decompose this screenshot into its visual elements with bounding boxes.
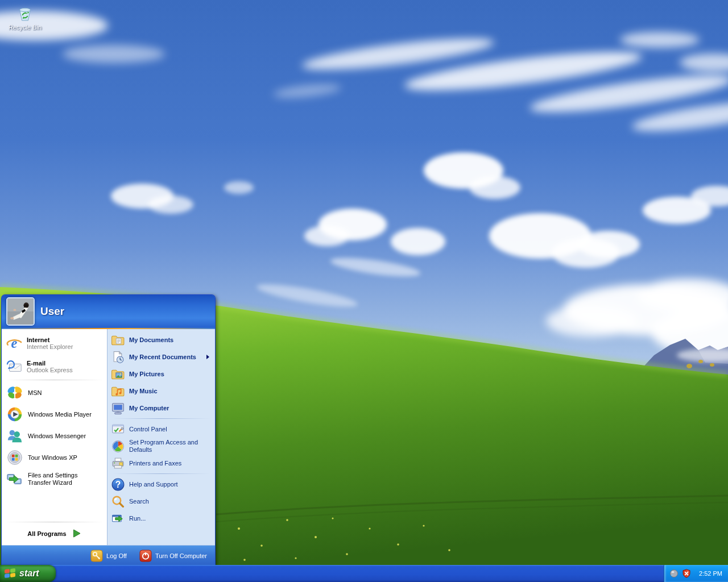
- menu-item-program-access[interactable]: Set Program Access and Defaults: [107, 438, 215, 455]
- user-avatar[interactable]: [6, 297, 35, 326]
- internet-explorer-icon: e: [6, 335, 23, 352]
- start-button[interactable]: start: [0, 565, 56, 582]
- menu-item-label: Help and Support: [129, 481, 178, 488]
- windows-xp-desktop: Recycle Bin User: [0, 0, 728, 582]
- menu-item-internet[interactable]: e Internet Internet Explorer: [2, 331, 107, 355]
- svg-text:e: e: [11, 335, 18, 350]
- my-computer-icon: [111, 401, 125, 415]
- log-off-label: Log Off: [106, 552, 127, 559]
- search-icon: [111, 494, 125, 509]
- menu-item-subtitle: Internet Explorer: [27, 343, 73, 350]
- all-programs-label: All Programs: [27, 530, 66, 537]
- menu-item-label: Files and Settings Transfer Wizard: [28, 472, 102, 487]
- run-icon: [111, 512, 125, 526]
- volume-ball-icon[interactable]: [669, 569, 679, 578]
- recycle-bin-icon: [15, 3, 35, 23]
- menu-item-title: E-mail: [27, 360, 73, 367]
- my-pictures-icon: [111, 367, 125, 381]
- taskbar[interactable]: start 2:52 PM: [0, 565, 728, 582]
- menu-item-label: Set Program Access and Defaults: [129, 439, 200, 454]
- submenu-arrow-icon: [206, 355, 209, 359]
- left-column-separator: [5, 380, 104, 380]
- svg-text:?: ?: [115, 480, 121, 489]
- outlook-express-icon: [6, 358, 23, 375]
- control-panel-icon: [111, 422, 125, 436]
- printers-faxes-icon: [111, 456, 125, 471]
- my-recent-documents-icon: [111, 350, 125, 364]
- menu-item-windows-messenger[interactable]: Windows Messenger: [2, 425, 107, 447]
- transfer-wizard-icon: [6, 471, 23, 488]
- start-menu-left-column: e Internet Internet Explorer: [2, 329, 107, 545]
- my-documents-icon: [111, 333, 125, 347]
- turn-off-label: Turn Off Computer: [155, 552, 207, 559]
- tour-windows-xp-icon: [6, 449, 23, 466]
- menu-item-my-pictures[interactable]: My Pictures: [107, 365, 215, 383]
- menu-item-label: My Music: [129, 388, 158, 395]
- start-menu-body: e Internet Internet Explorer: [2, 329, 215, 545]
- security-alert-shield-icon[interactable]: [682, 569, 691, 578]
- log-off-button[interactable]: Log Off: [90, 550, 127, 562]
- menu-item-windows-media-player[interactable]: Windows Media Player: [2, 404, 107, 425]
- karate-avatar-image: [7, 298, 34, 325]
- menu-item-my-computer[interactable]: My Computer: [107, 400, 215, 417]
- start-menu-right-column: My Documents My Recent Documents: [107, 329, 215, 545]
- log-off-key-icon: [90, 550, 103, 562]
- menu-item-control-panel[interactable]: Control Panel: [107, 421, 215, 438]
- menu-item-help-support[interactable]: ? Help and Support: [107, 476, 215, 493]
- right-column-separator: [113, 473, 210, 474]
- menu-item-label: Tour Windows XP: [28, 454, 77, 462]
- menu-item-label: MSN: [28, 389, 42, 397]
- right-column-separator: [113, 418, 210, 419]
- menu-item-subtitle: Outlook Express: [27, 367, 73, 373]
- windows-flag-icon: [4, 568, 16, 580]
- start-button-label: start: [19, 568, 39, 579]
- system-tray: 2:52 PM: [664, 565, 728, 582]
- windows-media-player-icon: [6, 406, 23, 423]
- menu-item-email[interactable]: E-mail Outlook Express: [2, 355, 107, 378]
- menu-item-title: Internet: [27, 336, 73, 343]
- menu-item-my-recent-documents[interactable]: My Recent Documents: [107, 348, 215, 365]
- menu-item-label: Printers and Faxes: [129, 460, 181, 467]
- menu-item-label: Windows Messenger: [28, 433, 86, 440]
- menu-item-my-music[interactable]: My Music: [107, 383, 215, 400]
- menu-item-label: My Computer: [129, 405, 169, 412]
- menu-item-run[interactable]: Run...: [107, 510, 215, 527]
- menu-item-printers-faxes[interactable]: Printers and Faxes: [107, 455, 215, 472]
- menu-item-my-documents[interactable]: My Documents: [107, 331, 215, 348]
- menu-item-transfer-wizard[interactable]: Files and Settings Transfer Wizard: [2, 468, 107, 490]
- left-column-separator: [5, 522, 104, 522]
- my-music-icon: [111, 384, 125, 398]
- desktop-icon-label: Recycle Bin: [9, 24, 42, 31]
- help-support-icon: ?: [111, 477, 125, 492]
- desktop-icon-recycle-bin[interactable]: Recycle Bin: [5, 3, 46, 31]
- menu-item-label: My Pictures: [129, 371, 164, 378]
- program-access-icon: [111, 439, 125, 454]
- left-column-spacer: [2, 490, 107, 520]
- menu-item-search[interactable]: Search: [107, 493, 215, 510]
- windows-messenger-icon: [6, 427, 23, 444]
- menu-item-msn[interactable]: MSN: [2, 382, 107, 404]
- start-menu-footer: Log Off Turn Off Computer: [2, 545, 215, 566]
- turn-off-computer-button[interactable]: Turn Off Computer: [139, 550, 207, 562]
- msn-icon: [6, 384, 23, 401]
- menu-item-label: Search: [129, 498, 149, 505]
- taskbar-clock[interactable]: 2:52 PM: [699, 570, 722, 577]
- start-menu: User e Internet Internet Explorer: [1, 294, 216, 566]
- menu-item-tour-windows-xp[interactable]: Tour Windows XP: [2, 447, 107, 468]
- menu-item-label: My Recent Documents: [129, 354, 196, 361]
- menu-item-label: Run...: [129, 515, 146, 522]
- menu-item-label: My Documents: [129, 336, 173, 344]
- all-programs-arrow-icon: [72, 529, 81, 538]
- menu-item-label: Control Panel: [129, 426, 167, 433]
- menu-item-label: Windows Media Player: [28, 411, 92, 418]
- all-programs-button[interactable]: All Programs: [2, 524, 107, 543]
- user-name: User: [40, 305, 64, 318]
- start-menu-header: User: [2, 295, 215, 328]
- turn-off-power-icon: [139, 550, 152, 562]
